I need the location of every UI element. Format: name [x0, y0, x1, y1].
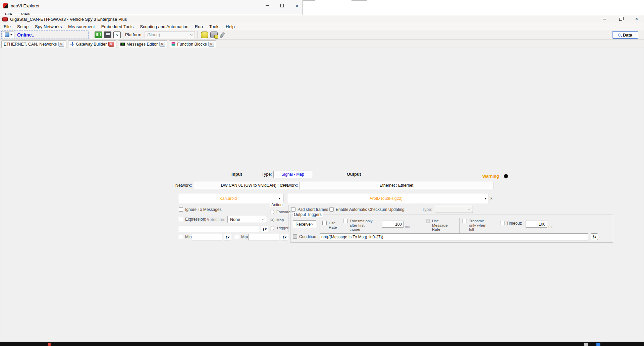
- neovi-close-button[interactable]: ×: [294, 3, 300, 8]
- menu-tools[interactable]: Tools: [209, 24, 219, 29]
- neovi-maximize-button[interactable]: [279, 3, 285, 8]
- map-radio[interactable]: [270, 218, 274, 222]
- menu-spy-networks[interactable]: Spy Networks: [35, 24, 62, 29]
- dropdown-arrow-icon: ▼: [278, 197, 283, 200]
- warning-indicator-icon: [504, 174, 508, 178]
- use-message-rate-label: Use Message Rate: [432, 219, 451, 232]
- expression-input[interactable]: [179, 226, 259, 232]
- data-button[interactable]: Data: [612, 31, 638, 39]
- trigger-mode-select[interactable]: Receive: [293, 220, 316, 228]
- wrench-icon[interactable]: [220, 32, 227, 38]
- transmit-after-checkbox[interactable]: [343, 219, 347, 223]
- taskbar-app-icon[interactable]: [48, 343, 51, 346]
- protection-label: Protection:: [205, 217, 225, 222]
- condition-checkbox[interactable]: [293, 234, 297, 239]
- timeout-label: Timeout:: [506, 221, 522, 226]
- neovi-minimize-button[interactable]: [264, 3, 270, 8]
- remove-signal-x[interactable]: x: [490, 196, 492, 200]
- spy-mode-split-button[interactable]: [3, 31, 14, 38]
- menu-help[interactable]: Help: [226, 24, 235, 29]
- neovi-title-bar[interactable]: neoVI Explorer ×: [0, 0, 303, 11]
- fx-button[interactable]: ƒx: [224, 234, 231, 240]
- output-signal-select[interactable]: ArbID (out8-sig22) ▼: [288, 194, 488, 203]
- minimize-button[interactable]: [601, 16, 607, 22]
- action-group-title: Action: [270, 203, 283, 207]
- action-group: Action Forward Map Trigger: [268, 205, 288, 232]
- taskbar-icon[interactable]: [584, 343, 588, 346]
- trigger-radio[interactable]: [270, 226, 274, 230]
- use-message-rate-checkbox[interactable]: [426, 219, 430, 223]
- forward-label: Forward: [276, 210, 290, 214]
- output-network-label: Network:: [278, 183, 298, 188]
- database-add-icon[interactable]: [210, 32, 218, 38]
- close-icon[interactable]: ✕: [159, 42, 165, 47]
- checksum-checkbox[interactable]: [329, 207, 334, 212]
- timeout-checkbox[interactable]: [500, 221, 504, 225]
- pad-short-frames-label: Pad short frames: [298, 207, 328, 212]
- spy-grid-icon: [5, 33, 9, 37]
- online-button-group[interactable]: Online..: [1, 31, 89, 39]
- close-button[interactable]: ×: [634, 16, 640, 22]
- menu-file[interactable]: File: [4, 24, 11, 29]
- use-rate-label: Use Rate: [329, 221, 340, 229]
- close-icon[interactable]: ✕: [58, 42, 64, 47]
- use-rate-checkbox[interactable]: [322, 221, 327, 225]
- platform-select[interactable]: (None): [145, 31, 195, 38]
- menu-measurement[interactable]: Measurement: [68, 24, 95, 29]
- type-label: Type:: [262, 172, 272, 177]
- search-icon: [618, 34, 621, 37]
- tab-ethernet-can-networks[interactable]: ETHERNET, CAN, Networks✕: [1, 40, 66, 48]
- taskbar-icon[interactable]: [596, 343, 600, 346]
- min-checkbox[interactable]: [179, 235, 183, 239]
- type2-select[interactable]: [435, 206, 473, 213]
- protection-select[interactable]: None: [227, 216, 267, 223]
- tab-gateway-builder[interactable]: Gateway Builder✕: [68, 40, 116, 48]
- chevron-down-icon: [468, 208, 471, 210]
- network-hardware-icon[interactable]: [95, 32, 102, 38]
- menu-run[interactable]: Run: [195, 24, 203, 29]
- main-title-bar[interactable]: GigaStar_CAN-ETH-GW.vs3 - Vehicle Spy 3 …: [0, 15, 644, 23]
- input-signal-select[interactable]: can.arbid ▼: [179, 194, 283, 203]
- menu-bar: FileSetupSpy NetworksMeasurementEmbedded…: [0, 23, 644, 30]
- save-icon[interactable]: [104, 32, 111, 38]
- function-blocks-icon: [171, 42, 175, 46]
- ignore-tx-checkbox[interactable]: [179, 207, 183, 212]
- taskbar[interactable]: [0, 342, 644, 346]
- restore-button[interactable]: [618, 16, 624, 22]
- menu-setup[interactable]: Setup: [17, 24, 29, 29]
- timeout-input[interactable]: 100: [526, 221, 547, 228]
- fx-button[interactable]: ƒx: [261, 226, 268, 232]
- database-icon[interactable]: [201, 32, 208, 38]
- menu-scripting-and-automation[interactable]: Scripting and Automation: [140, 24, 189, 29]
- chevron-down-icon: [190, 33, 193, 36]
- condition-label: Condition:: [299, 234, 317, 239]
- online-label[interactable]: Online..: [17, 32, 34, 38]
- forward-radio[interactable]: [270, 210, 274, 214]
- max-input[interactable]: [248, 234, 279, 240]
- max-checkbox[interactable]: [235, 235, 239, 239]
- fx-button[interactable]: ƒx: [591, 233, 598, 240]
- type-value-box[interactable]: Signal - Map: [273, 171, 312, 178]
- scope-icon[interactable]: ∿: [113, 32, 121, 38]
- output-section-header: Output: [334, 172, 374, 177]
- transmit-full-label: Transmit only when full: [469, 219, 491, 232]
- output-network-box: Ethernet : Ethernet: [300, 182, 493, 189]
- close-icon[interactable]: ✕: [208, 42, 214, 47]
- condition-input[interactable]: not({(Message Is Tx Msg) :in0-27}): [320, 233, 588, 240]
- close-icon[interactable]: ✕: [108, 42, 114, 47]
- menu-embedded-tools[interactable]: Embedded Tools: [101, 24, 134, 29]
- fx-button[interactable]: ƒx: [281, 234, 288, 240]
- transmit-after-label: Transmit only after first trigger: [350, 219, 376, 232]
- tab-messages-editor[interactable]: Messages Editor✕: [118, 40, 167, 48]
- expression-checkbox[interactable]: [179, 217, 183, 221]
- transmit-full-checkbox[interactable]: [463, 219, 467, 223]
- checksum-label: Enable Automatic Checksum Updating: [336, 207, 405, 212]
- rate-input[interactable]: 100: [382, 221, 404, 228]
- min-input[interactable]: [192, 234, 222, 240]
- tab-function-blocks[interactable]: Function Blocks✕: [169, 40, 216, 48]
- platform-label: Platform:: [125, 32, 143, 37]
- type2-label: Type:: [422, 207, 432, 212]
- pad-short-frames-checkbox[interactable]: [291, 207, 296, 212]
- output-triggers-title: Output Triggers: [293, 212, 323, 217]
- expression-label: Expression:: [185, 217, 206, 222]
